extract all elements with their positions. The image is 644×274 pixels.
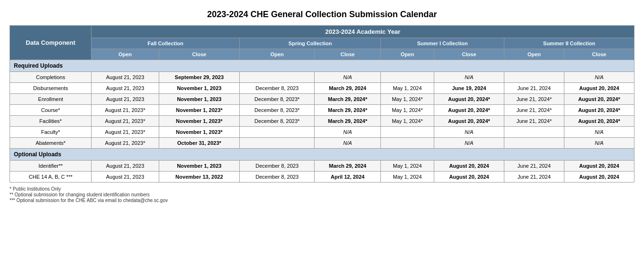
cell-value: December 8, 2023*: [240, 116, 315, 127]
cell-value: August 20, 2024*: [434, 105, 504, 116]
cell-value: [240, 127, 315, 138]
required-uploads-section: Required Uploads: [10, 60, 634, 72]
summer2-close-header: Close: [564, 49, 634, 60]
row-label: Disbursements: [10, 83, 92, 94]
cell-value: May 1, 2024*: [381, 116, 434, 127]
cell-value: March 29, 2024*: [315, 105, 381, 116]
cell-value: May 1, 2024: [381, 161, 434, 172]
cell-value: N/A: [434, 127, 504, 138]
row-label: Course*: [10, 105, 92, 116]
row-label: Enrollment: [10, 94, 92, 105]
cell-value: N/A: [564, 72, 634, 83]
cell-value: November 1, 2023: [159, 161, 239, 172]
spring-open-header: Open: [240, 49, 315, 60]
fall-close-header: Close: [159, 49, 239, 60]
cell-value: March 29, 2024*: [315, 94, 381, 105]
table-row: Faculty*August 21, 2023*November 1, 2023…: [10, 127, 634, 138]
fall-open-header: Open: [92, 49, 159, 60]
cell-value: August 20, 2024: [564, 83, 634, 94]
cell-value: [381, 72, 434, 83]
cell-value: June 21, 2024*: [504, 94, 564, 105]
cell-value: N/A: [315, 138, 381, 149]
cell-value: December 8, 2023: [240, 172, 315, 183]
cell-value: November 13, 2022: [159, 172, 239, 183]
cell-value: November 1, 2023: [159, 94, 239, 105]
row-label: CHE 14 A, B, C ***: [10, 172, 92, 183]
cell-value: [240, 72, 315, 83]
cell-value: August 21, 2023*: [92, 105, 159, 116]
row-label: Identifier**: [10, 161, 92, 172]
row-label: Faculty*: [10, 127, 92, 138]
optional-uploads-section: Optional Uploads: [10, 149, 634, 161]
cell-value: August 21, 2023*: [92, 116, 159, 127]
cell-value: June 21, 2024*: [504, 105, 564, 116]
cell-value: August 21, 2023: [92, 72, 159, 83]
table-row: CHE 14 A, B, C ***August 21, 2023Novembe…: [10, 172, 634, 183]
cell-value: June 19, 2024: [434, 83, 504, 94]
cell-value: August 20, 2024: [564, 161, 634, 172]
data-component-header: Data Component: [10, 26, 92, 60]
cell-value: December 8, 2023*: [240, 105, 315, 116]
cell-value: August 20, 2024: [434, 161, 504, 172]
cell-value: August 21, 2023*: [92, 127, 159, 138]
submission-calendar-table: Data Component 2023-2024 Academic Year F…: [10, 25, 634, 183]
cell-value: N/A: [315, 72, 381, 83]
cell-value: June 21, 2024: [504, 172, 564, 183]
summer1-close-header: Close: [434, 49, 504, 60]
cell-value: August 20, 2024*: [434, 94, 504, 105]
footnote: *** Optional submission for the CHE ABC …: [10, 198, 634, 203]
cell-value: [381, 127, 434, 138]
summer1-open-header: Open: [381, 49, 434, 60]
cell-value: N/A: [434, 138, 504, 149]
summer2-collection-header: Summer II Collection: [504, 38, 634, 49]
cell-value: May 1, 2024: [381, 83, 434, 94]
cell-value: November 1, 2023: [159, 83, 239, 94]
cell-value: November 1, 2023*: [159, 127, 239, 138]
row-label: Abatements*: [10, 138, 92, 149]
cell-value: May 1, 2024*: [381, 94, 434, 105]
cell-value: [381, 138, 434, 149]
cell-value: August 21, 2023: [92, 172, 159, 183]
cell-value: June 21, 2024: [504, 83, 564, 94]
cell-value: N/A: [564, 127, 634, 138]
cell-value: N/A: [434, 72, 504, 83]
cell-value: August 20, 2024*: [564, 94, 634, 105]
cell-value: August 21, 2023: [92, 161, 159, 172]
cell-value: August 20, 2024*: [564, 116, 634, 127]
fall-collection-header: Fall Collection: [92, 38, 240, 49]
spring-close-header: Close: [315, 49, 381, 60]
footnote: * Public Institutions Only: [10, 186, 634, 192]
cell-value: [240, 138, 315, 149]
cell-value: [504, 72, 564, 83]
table-row: Identifier**August 21, 2023November 1, 2…: [10, 161, 634, 172]
table-row: Course*August 21, 2023*November 1, 2023*…: [10, 105, 634, 116]
table-row: Facilities*August 21, 2023*November 1, 2…: [10, 116, 634, 127]
cell-value: [504, 138, 564, 149]
footnotes: * Public Institutions Only** Optional su…: [10, 186, 634, 203]
row-label: Completions: [10, 72, 92, 83]
cell-value: December 8, 2023: [240, 83, 315, 94]
page-title: 2023-2024 CHE General Collection Submiss…: [10, 10, 634, 20]
cell-value: August 20, 2024: [434, 172, 504, 183]
summer2-open-header: Open: [504, 49, 564, 60]
cell-value: October 31, 2023*: [159, 138, 239, 149]
table-row: EnrollmentAugust 21, 2023November 1, 202…: [10, 94, 634, 105]
cell-value: April 12, 2024: [315, 172, 381, 183]
cell-value: September 29, 2023: [159, 72, 239, 83]
cell-value: [504, 127, 564, 138]
cell-value: August 20, 2024*: [564, 105, 634, 116]
cell-value: March 29, 2024: [315, 161, 381, 172]
cell-value: March 29, 2024*: [315, 116, 381, 127]
cell-value: May 1, 2024*: [381, 105, 434, 116]
cell-value: November 1, 2023*: [159, 116, 239, 127]
cell-value: August 21, 2023: [92, 83, 159, 94]
summer1-collection-header: Summer I Collection: [381, 38, 504, 49]
academic-year-header: 2023-2024 Academic Year: [92, 26, 634, 38]
footnote: ** Optional submission for changing stud…: [10, 192, 634, 197]
cell-value: N/A: [564, 138, 634, 149]
spring-collection-header: Spring Collection: [240, 38, 381, 49]
table-row: Abatements*August 21, 2023*October 31, 2…: [10, 138, 634, 149]
table-row: DisbursementsAugust 21, 2023November 1, …: [10, 83, 634, 94]
cell-value: August 20, 2024: [564, 172, 634, 183]
table-row: CompletionsAugust 21, 2023September 29, …: [10, 72, 634, 83]
